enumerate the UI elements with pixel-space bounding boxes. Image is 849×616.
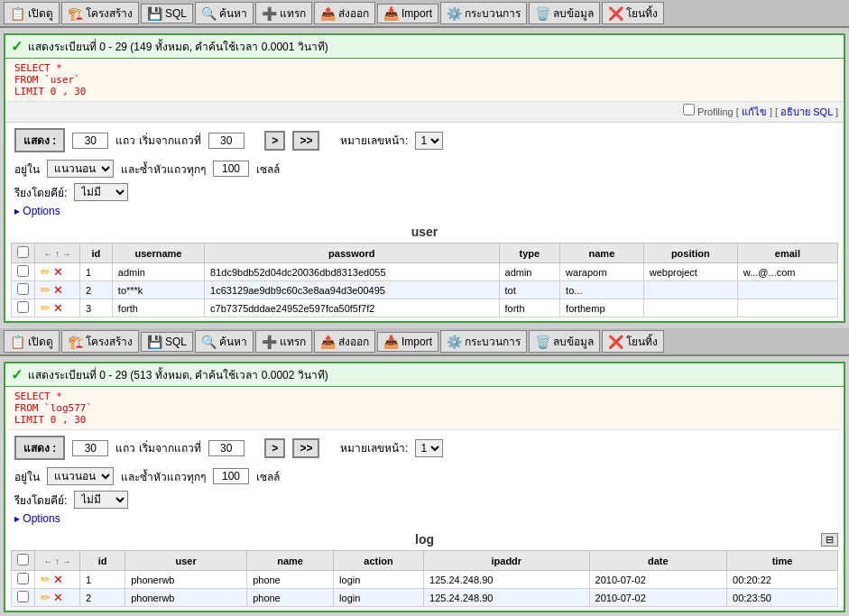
location-select[interactable]: แนวนอน แนวตั้ง xyxy=(47,160,114,178)
panel2-data-table: ← ↑ →idusernameactionipaddrdatetime✏ ✕1p… xyxy=(11,550,838,607)
insert-icon: ➕ xyxy=(262,6,277,21)
sql2-toolbar-button[interactable]: 💾SQL xyxy=(141,332,193,352)
cell-id: 3 xyxy=(80,299,113,317)
th-date[interactable]: date xyxy=(589,551,727,571)
structure-toolbar-button[interactable]: 🏗️โครงสร้าง xyxy=(61,2,139,24)
panel2-sort: รียงโดยคีย์: ไม่มี xyxy=(5,489,844,510)
export-toolbar-button[interactable]: 📤ส่งออก xyxy=(314,2,375,24)
repeat-input[interactable] xyxy=(213,161,249,177)
from-input2[interactable] xyxy=(208,440,245,456)
delete-icon[interactable]: ✕ xyxy=(53,265,63,279)
search-toolbar-button[interactable]: 🔍ค้นหา xyxy=(195,2,254,24)
cell-date: 2010-07-02 xyxy=(589,571,727,589)
edit-icon[interactable]: ✏ xyxy=(41,283,51,297)
import-toolbar-button[interactable]: 📥Import xyxy=(377,4,438,23)
nav-next-btn2[interactable]: > xyxy=(264,438,285,458)
delete-data2-label: ลบข้อมูล xyxy=(553,333,594,350)
page-num-label2: หมายเลขหน้า: xyxy=(340,439,408,456)
location-label2: อยู่ใน xyxy=(14,468,40,485)
drop-toolbar-button[interactable]: ❌โยนทิ้ง xyxy=(602,2,664,24)
th-position[interactable]: position xyxy=(643,244,737,263)
structure2-toolbar-button[interactable]: 🏗️โครงสร้าง xyxy=(61,330,139,353)
th-type[interactable]: type xyxy=(499,244,560,263)
sort-select2[interactable]: ไม่มี xyxy=(74,491,128,509)
cell-username: admin xyxy=(112,263,204,281)
show-button2[interactable]: แสดง : xyxy=(14,436,65,460)
show-count-input[interactable] xyxy=(72,133,108,149)
show-count-input2[interactable] xyxy=(72,440,108,456)
edit-icon[interactable]: ✏ xyxy=(41,573,51,586)
delete-data-toolbar-button[interactable]: 🗑️ลบข้อมูล xyxy=(529,2,600,24)
delete-icon[interactable]: ✕ xyxy=(53,573,63,586)
edit-icon[interactable]: ✏ xyxy=(41,591,51,604)
edit-icon[interactable]: ✏ xyxy=(41,265,51,279)
table-row: ✏ ✕2phonerwbphonelogin125.24.248.902010-… xyxy=(12,589,838,607)
th-user[interactable]: user xyxy=(125,551,247,571)
nav-last-btn2[interactable]: >> xyxy=(292,438,319,458)
export2-toolbar-button[interactable]: 📤ส่งออก xyxy=(314,330,375,353)
th-time[interactable]: time xyxy=(727,551,838,571)
options-link2[interactable]: ▸ Options xyxy=(14,512,60,525)
panel2-location: อยู่ใน แนวนอน แนวตั้ง และซ้ำหัวแถวทุกๆ เ… xyxy=(5,465,844,489)
search2-toolbar-button[interactable]: 🔍ค้นหา xyxy=(195,330,254,353)
delete-icon[interactable]: ✕ xyxy=(53,301,63,315)
edit-link[interactable]: แก้ไข xyxy=(742,106,767,117)
th-name[interactable]: name xyxy=(560,244,644,263)
insert2-toolbar-button[interactable]: ➕แทรก xyxy=(255,330,312,353)
explain-link[interactable]: อธิบาย SQL xyxy=(780,106,833,117)
page-num-select2[interactable]: 1 xyxy=(415,439,443,457)
cell-name: phone xyxy=(247,571,334,589)
cell-ipaddr: 125.24.248.90 xyxy=(424,589,590,607)
th-id[interactable]: id xyxy=(80,551,125,571)
cell-email xyxy=(737,299,837,317)
panel1-sort: รียงโดยคีย์: ไม่มี xyxy=(5,181,844,203)
row-checkbox[interactable] xyxy=(17,301,29,313)
check-all[interactable] xyxy=(17,554,29,565)
cell-time: 00:23:50 xyxy=(727,589,838,607)
profiling-checkbox[interactable] xyxy=(683,104,695,115)
page-num-select[interactable]: 1 xyxy=(415,132,443,150)
profiling-label: Profiling xyxy=(697,106,734,117)
sort-select[interactable]: ไม่มี xyxy=(74,183,128,201)
th-check xyxy=(12,551,35,571)
delete-data2-toolbar-button[interactable]: 🗑️ลบข้อมูล xyxy=(529,330,600,353)
panel2-sql: SELECT * FROM `log577` LIMIT 0 , 30 xyxy=(5,387,844,430)
location-select2[interactable]: แนวนอน แนวตั้ง xyxy=(47,467,114,485)
edit-icon[interactable]: ✏ xyxy=(41,301,51,315)
panel2-controls: แสดง : แถว เริ่มจากแถวที่ > >> หมายเลขหน… xyxy=(5,430,844,465)
cell-action: login xyxy=(334,589,424,607)
th-ipaddr[interactable]: ipaddr xyxy=(424,551,590,571)
process-label: กระบวนการ xyxy=(465,5,521,22)
nav-last-btn[interactable]: >> xyxy=(292,131,319,151)
delete-icon[interactable]: ✕ xyxy=(53,591,63,604)
minimize-button[interactable]: ⊟ xyxy=(821,533,838,547)
open-view2-toolbar-button[interactable]: 📋เปิดดู xyxy=(4,330,60,353)
drop2-toolbar-button[interactable]: ❌โยนทิ้ง xyxy=(602,330,664,353)
options-link[interactable]: ▸ Options xyxy=(14,205,60,217)
open-view2-icon: 📋 xyxy=(10,335,25,349)
show-button[interactable]: แสดง : xyxy=(14,128,65,152)
th-username[interactable]: username xyxy=(112,244,204,263)
nav-next-btn[interactable]: > xyxy=(264,131,285,151)
cell-username: to***k xyxy=(112,281,204,299)
from-input[interactable] xyxy=(208,133,245,149)
open-view-toolbar-button[interactable]: 📋เปิดดู xyxy=(4,2,60,24)
process-toolbar-button[interactable]: ⚙️กระบวนการ xyxy=(440,2,527,24)
row-checkbox[interactable] xyxy=(17,573,29,584)
row-checkbox[interactable] xyxy=(17,591,29,602)
th-email[interactable]: email xyxy=(737,244,837,263)
col-arrows: ← ↑ → xyxy=(43,249,71,259)
repeat-input2[interactable] xyxy=(213,468,249,484)
th-id[interactable]: id xyxy=(80,244,113,263)
insert-toolbar-button[interactable]: ➕แทรก xyxy=(255,2,312,24)
process2-toolbar-button[interactable]: ⚙️กระบวนการ xyxy=(440,330,527,353)
delete-icon[interactable]: ✕ xyxy=(53,283,63,297)
import2-toolbar-button[interactable]: 📥Import xyxy=(377,332,438,352)
th-password[interactable]: password xyxy=(205,244,499,263)
check-all[interactable] xyxy=(17,246,29,258)
row-checkbox[interactable] xyxy=(17,265,29,277)
th-action[interactable]: action xyxy=(334,551,424,571)
th-name[interactable]: name xyxy=(247,551,334,571)
row-checkbox[interactable] xyxy=(17,283,29,295)
sql-toolbar-button[interactable]: 💾SQL xyxy=(141,4,193,23)
